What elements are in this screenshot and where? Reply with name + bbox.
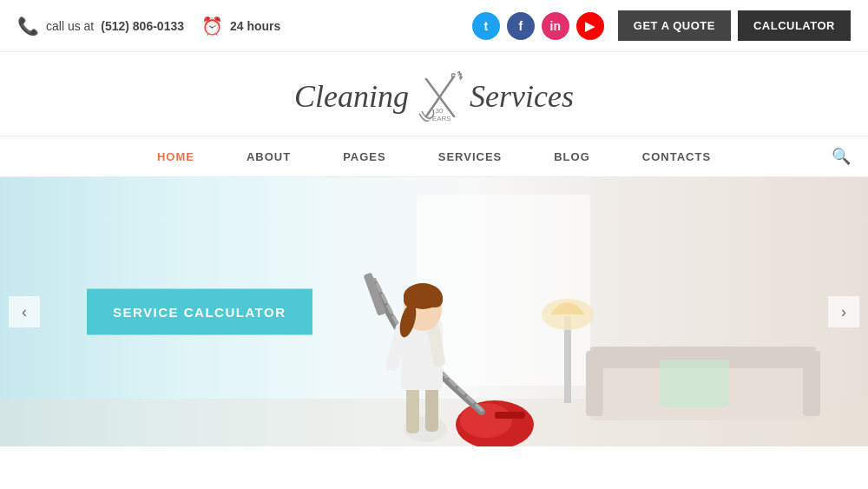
phone-label: call us at [46,19,94,33]
phone-icon: 📞 [17,16,39,36]
svg-rect-16 [406,386,419,433]
youtube-icon[interactable]: ▶ [576,12,604,40]
phone-item: 📞 call us at (512) 806-0133 [17,16,184,36]
contact-info: 📞 call us at (512) 806-0133 ⏰ 24 hours [17,16,472,36]
slider-arrow-left[interactable]: ‹ [9,296,40,327]
phone-number: (512) 806-0133 [101,19,184,33]
svg-rect-13 [495,412,525,419]
nav-item-pages[interactable]: PAGES [343,150,386,163]
hours-item: ⏰ 24 hours [201,16,280,36]
hours-text: 24 hours [230,19,280,33]
hero-slider: ‹ › SERVICE CALCULATOR [0,177,868,446]
service-calculator-button[interactable]: SERVICE CALCULATOR [87,289,312,335]
facebook-icon[interactable]: f [507,12,535,40]
nav-item-services[interactable]: SERVICES [438,150,503,163]
social-icons: t f in ▶ [472,12,604,40]
svg-point-12 [460,403,512,438]
instagram-icon[interactable]: in [542,12,569,40]
svg-rect-10 [660,360,729,407]
logo-icon-area: 30 YEARS [409,66,470,127]
nav-bar: HOME ABOUT PAGES SERVICES BLOG CONTACTS … [0,135,868,177]
get-quote-button[interactable]: GET A QUOTE [618,10,731,41]
logo-text-right: Services [470,78,574,115]
nav-item-blog[interactable]: BLOG [554,150,590,163]
years-badge: 30 YEARS [427,108,450,123]
logo-area: Cleaning 30 YEARS Services [0,52,868,135]
nav-item-contacts[interactable]: CONTACTS [642,150,711,163]
twitter-icon[interactable]: t [472,12,500,40]
calculator-button[interactable]: CALCULATOR [738,10,851,41]
svg-rect-9 [803,351,820,416]
hero-content: SERVICE CALCULATOR [87,289,312,335]
logo: Cleaning 30 YEARS Services [294,66,574,127]
search-icon[interactable]: 🔍 [832,147,851,166]
logo-text-left: Cleaning [294,78,409,115]
nav-items: HOME ABOUT PAGES SERVICES BLOG CONTACTS [157,150,711,163]
nav-item-about[interactable]: ABOUT [247,150,291,163]
slider-arrow-right[interactable]: › [828,296,859,327]
svg-rect-8 [586,351,603,416]
nav-item-home[interactable]: HOME [157,150,194,163]
clock-icon: ⏰ [201,16,223,36]
top-bar: 📞 call us at (512) 806-0133 ⏰ 24 hours t… [0,0,868,52]
